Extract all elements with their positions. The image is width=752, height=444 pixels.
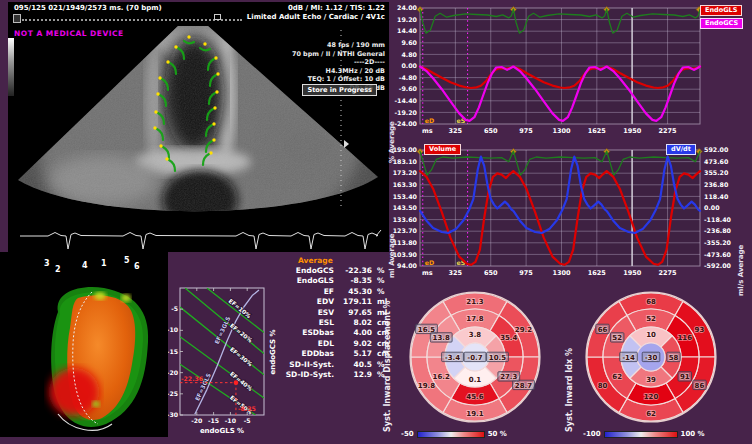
svg-text:58: 58 [669, 354, 679, 362]
heart-model-panel[interactable]: 324156 [0, 252, 168, 437]
svg-text:endoGLS %: endoGLS % [200, 427, 244, 435]
legend-endogcs[interactable]: EndoGCS [700, 18, 743, 29]
svg-text:118.40: 118.40 [704, 193, 729, 200]
svg-text:1625: 1625 [588, 127, 607, 135]
svg-text:-22.36: -22.36 [181, 375, 203, 382]
svg-text:-8.35: -8.35 [238, 405, 256, 412]
legend-endogls[interactable]: EndoGLS [700, 5, 742, 16]
heart-3d-model[interactable]: 324156 [0, 252, 168, 437]
svg-text:2: 2 [55, 265, 61, 274]
svg-text:1950: 1950 [623, 127, 642, 135]
svg-text:0.00: 0.00 [704, 204, 720, 211]
svg-text:473.60: 473.60 [704, 158, 729, 165]
svg-text:-473.60: -473.60 [704, 251, 732, 258]
svg-text:24.00: 24.00 [397, 4, 418, 11]
svg-text:-0.7: -0.7 [467, 354, 482, 362]
strain-axis-title: % Average [388, 121, 396, 163]
metric-label: SD-ID-Syst. [284, 370, 334, 380]
svg-text:68: 68 [646, 298, 656, 306]
metric-label: EDL [284, 339, 334, 349]
frame-time-readout: 095/125 021/1949/2573 ms. (70 bpm) [14, 4, 162, 12]
metric-label: EndoGLS [284, 276, 334, 286]
svg-text:592.00: 592.00 [704, 146, 729, 153]
mi-tis-readout: 0dB / MI: 1.12 / TIS: 1.22 [288, 4, 385, 12]
svg-text:-10: -10 [168, 326, 179, 333]
svg-text:-118.40: -118.40 [704, 216, 732, 223]
svg-text:-5: -5 [244, 417, 251, 424]
svg-text:-3.4: -3.4 [445, 354, 460, 362]
svg-text:0.1: 0.1 [469, 376, 482, 384]
svg-text:93: 93 [695, 326, 705, 334]
svg-text:-30: -30 [645, 354, 658, 362]
svg-text:650: 650 [484, 269, 498, 277]
segment-numbers: 324156 [44, 256, 140, 274]
metric-label: SD-II-Syst. [284, 360, 334, 370]
svg-text:endoGCS %: endoGCS % [269, 329, 277, 374]
svg-text:62: 62 [646, 410, 656, 418]
svg-text:9.60: 9.60 [401, 39, 417, 46]
svg-text:27.3: 27.3 [500, 373, 517, 381]
svg-text:1: 1 [101, 259, 107, 268]
svg-text:ms: ms [422, 127, 433, 135]
bullseye-inward-idx[interactable]: 68938662806652116911206252105839-14-30 [576, 286, 728, 432]
app-window: 095/125 021/1949/2573 ms. (70 bpm) 0dB /… [0, 0, 752, 444]
svg-text:-19.20: -19.20 [394, 109, 417, 116]
svg-text:325: 325 [449, 127, 463, 135]
clipboard-icon [13, 14, 21, 23]
svg-text:153.40: 153.40 [393, 193, 418, 200]
svg-text:173.20: 173.20 [393, 169, 418, 176]
svg-text:193.00: 193.00 [393, 146, 418, 153]
svg-text:17.8: 17.8 [466, 315, 483, 323]
bullseye-displacement[interactable]: 21.329.228.719.119.816.517.835.427.345.6… [398, 286, 554, 432]
info-line: 70 bpm / II / NTHI General [292, 50, 385, 59]
svg-text:113.80: 113.80 [393, 239, 418, 246]
svg-text:1625: 1625 [588, 269, 607, 277]
ultrasound-panel[interactable]: 095/125 021/1949/2573 ms. (70 bpm) 0dB /… [8, 2, 389, 252]
heart-mesh [49, 287, 148, 430]
svg-text:eD: eD [425, 259, 435, 266]
legend-dvdt[interactable]: dV/dt [666, 144, 696, 155]
dvdt-axis-title: ml/s Average [737, 245, 745, 296]
svg-text:-236.80: -236.80 [704, 227, 732, 234]
svg-text:236.80: 236.80 [704, 181, 729, 188]
svg-text:80: 80 [598, 382, 608, 390]
bullseye-displacement-title: Syst. Inward Displacement % [383, 282, 392, 432]
metric-label: EndoGCS [284, 266, 334, 276]
svg-text:4: 4 [82, 261, 88, 270]
ecg-trace [20, 230, 381, 249]
volume-chart[interactable]: 193.00592.00183.10473.60173.20355.20163.… [388, 140, 752, 278]
metric-value: -22.36 [336, 266, 372, 276]
svg-text:2275: 2275 [659, 269, 678, 277]
svg-text:4.80: 4.80 [401, 51, 417, 58]
svg-text:650: 650 [484, 127, 498, 135]
svg-text:86: 86 [695, 382, 705, 390]
scale-max-label: 50 % [488, 430, 507, 438]
metric-unit: % [374, 266, 390, 276]
metric-value: 4.00 [336, 328, 372, 338]
scale-min-label: -100 [583, 430, 601, 438]
metric-value: 5.17 [336, 349, 372, 359]
table-row: EndoGCS-22.36% [284, 266, 410, 276]
legend-volume[interactable]: Volume [424, 144, 461, 155]
table-header: Average [298, 255, 410, 266]
svg-text:-14.40: -14.40 [394, 97, 417, 104]
svg-text:5: 5 [124, 256, 130, 265]
svg-text:975: 975 [519, 269, 533, 277]
svg-text:116: 116 [677, 334, 692, 342]
ultrasound-image[interactable] [8, 2, 389, 252]
ef-scatter-plot[interactable]: EF=10%EF=20%EF=30%EF=40%EF=50%EF=3GLSEF=… [168, 272, 282, 444]
svg-text:10.5: 10.5 [489, 354, 506, 362]
warning-banner: NOT A MEDICAL DEVICE [14, 29, 124, 38]
svg-text:19.8: 19.8 [418, 382, 435, 390]
svg-text:6: 6 [134, 262, 140, 271]
svg-text:3: 3 [44, 259, 50, 268]
grayscale-bar [8, 38, 14, 96]
strain-chart[interactable]: 24.0019.2014.409.604.800.00-4.80-9.60-14… [388, 0, 752, 140]
svg-text:28.7: 28.7 [515, 382, 532, 390]
metric-label: ESDbas [284, 328, 334, 338]
svg-text:-15: -15 [168, 348, 178, 355]
info-line: ----2D---- [292, 58, 385, 67]
svg-text:-14: -14 [622, 354, 635, 362]
svg-text:52: 52 [646, 315, 656, 323]
svg-text:143.50: 143.50 [393, 204, 418, 211]
